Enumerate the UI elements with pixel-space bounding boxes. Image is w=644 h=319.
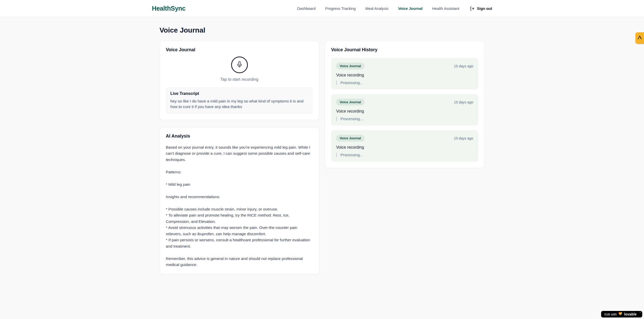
badge-close-icon[interactable]: × bbox=[639, 311, 641, 314]
main-nav: Dashboard Progress Tracking Meal Analysi… bbox=[297, 6, 492, 11]
history-entry[interactable]: Voice Journal 15 days ago Voice recordin… bbox=[331, 94, 478, 126]
voice-recorder-card: Voice Journal Tap to start recording bbox=[159, 41, 319, 120]
sign-out-label: Sign out bbox=[477, 6, 492, 11]
entry-status: Processing... bbox=[336, 81, 473, 85]
entry-status: Processing... bbox=[336, 153, 473, 157]
record-hint: Tap to start recording bbox=[220, 77, 258, 82]
side-panel-tab[interactable] bbox=[635, 32, 644, 44]
entry-timestamp: 15 days ago bbox=[454, 136, 473, 140]
ai-analysis-card: AI Analysis Based on your journal entry,… bbox=[159, 127, 319, 274]
history-list: Voice Journal 15 days ago Voice recordin… bbox=[331, 58, 478, 162]
app-logo[interactable]: HealthSync bbox=[152, 5, 185, 12]
edit-with-label: Edit with bbox=[604, 312, 617, 316]
voice-journal-history-card: Voice Journal History Voice Journal 15 d… bbox=[325, 41, 485, 168]
live-transcript-title: Live Transcript bbox=[170, 91, 308, 96]
main-content: Voice Journal Voice Journal bbox=[159, 17, 485, 274]
app-header: HealthSync Dashboard Progress Tracking M… bbox=[0, 0, 644, 17]
microphone-icon bbox=[236, 61, 243, 69]
ai-analysis-title: AI Analysis bbox=[166, 134, 313, 139]
entry-timestamp: 15 days ago bbox=[454, 100, 473, 104]
nav-item-health-assistant[interactable]: Health Assistant bbox=[432, 6, 459, 11]
page-title: Voice Journal bbox=[159, 26, 485, 34]
entry-label: Voice recording bbox=[336, 145, 473, 150]
entry-label: Voice recording bbox=[336, 73, 473, 77]
nav-item-meal-analysis[interactable]: Meal Analysis bbox=[365, 6, 388, 11]
nav-item-progress-tracking[interactable]: Progress Tracking bbox=[325, 6, 356, 11]
history-entry[interactable]: Voice Journal 15 days ago Voice recordin… bbox=[331, 130, 478, 162]
live-transcript-text: hey so like I do have a mild pain in my … bbox=[170, 98, 308, 110]
nav-item-dashboard[interactable]: Dashboard bbox=[297, 6, 315, 11]
entry-type-badge: Voice Journal bbox=[336, 63, 364, 69]
history-entry[interactable]: Voice Journal 15 days ago Voice recordin… bbox=[331, 58, 478, 90]
recorder-card-title: Voice Journal bbox=[166, 47, 313, 52]
lovable-heart-icon bbox=[619, 312, 622, 316]
entry-status: Processing... bbox=[336, 117, 473, 121]
history-card-title: Voice Journal History bbox=[331, 47, 478, 52]
logout-icon bbox=[470, 6, 474, 11]
entry-type-badge: Voice Journal bbox=[336, 99, 364, 105]
tent-logo-icon bbox=[637, 35, 642, 41]
entry-type-badge: Voice Journal bbox=[336, 135, 364, 142]
ai-analysis-body: Based on your journal entry, it sounds l… bbox=[166, 144, 313, 268]
entry-label: Voice recording bbox=[336, 109, 473, 114]
record-button[interactable] bbox=[231, 57, 248, 73]
entry-timestamp: 15 days ago bbox=[454, 64, 473, 68]
edit-with-lovable-badge[interactable]: Edit with lovable × bbox=[601, 311, 642, 317]
lovable-wordmark: lovable bbox=[624, 312, 637, 316]
live-transcript-box: Live Transcript hey so like I do have a … bbox=[166, 87, 313, 114]
sign-out-button[interactable]: Sign out bbox=[470, 6, 492, 11]
nav-item-voice-journal[interactable]: Voice Journal bbox=[398, 6, 422, 11]
